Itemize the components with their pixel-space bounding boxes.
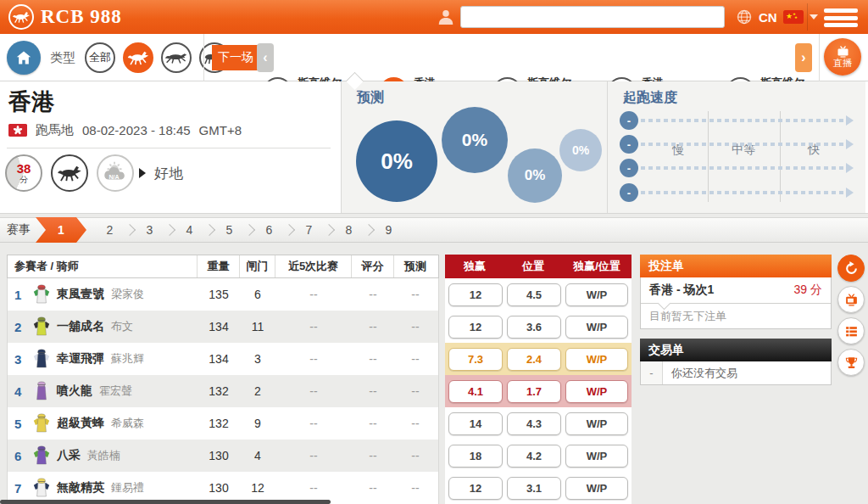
speed-lane: - [620,183,854,202]
col-prediction: 预测 [394,255,437,277]
col-gate: 闸门 [240,255,275,277]
top-header: RCB 988 CN [0,0,868,34]
last5-value: -- [275,320,352,333]
home-icon [14,48,33,67]
refresh-button[interactable] [837,255,865,282]
chevron-down-icon [810,14,818,20]
language-selector[interactable]: CN [736,0,818,34]
jockey-name: 布文 [111,319,133,334]
win-odds-button[interactable]: 18 [448,445,503,468]
live-tv-button[interactable] [837,286,865,313]
win-odds-button[interactable]: 12 [448,477,503,500]
betslip-countdown: 39 分 [794,283,822,298]
jockey-silk-icon [33,283,50,305]
last5-value: -- [275,288,352,301]
results-trophy-button[interactable] [837,349,865,376]
home-button[interactable] [7,41,41,75]
timeline-prev-button[interactable]: ‹ [257,43,274,72]
going-arrow-icon [139,168,146,178]
nav-divider-2 [819,34,820,81]
runner-row: 1 東風壹號 梁家俊 135 6 -- -- -- 12 4.5 W/P [7,278,632,311]
jockey-silk-icon [33,477,50,499]
win-place-button[interactable]: W/P [565,348,628,371]
runner-number: 6 [14,449,26,463]
header-divider [807,3,808,31]
bet-list-button[interactable] [837,317,865,344]
prediction-value: -- [394,288,437,301]
betslip-empty-message: 目前暂无下注单 [641,304,831,328]
place-odds-button[interactable]: 4.5 [507,283,561,306]
filter-all-button[interactable]: 全部 [85,42,115,73]
win-odds-button[interactable]: 7.3 [448,348,503,371]
weight-value: 134 [198,352,240,366]
next-race-button[interactable]: 下一场 [212,45,259,70]
win-odds-button[interactable]: 12 [448,283,503,306]
win-place-button[interactable]: W/P [565,412,628,435]
brand-logo[interactable]: RCB 988 [0,4,122,30]
rating-value: -- [352,352,394,366]
live-stream-button[interactable]: 直播 [824,38,861,76]
jockey-silk-icon [33,348,50,370]
horse-name: 八采 [57,448,81,463]
place-odds-button[interactable]: 4.2 [507,445,561,468]
login-input[interactable] [460,6,725,28]
win-place-button[interactable]: W/P [565,477,628,500]
win-place-button[interactable]: W/P [565,316,628,339]
horizontal-scrollbar[interactable] [0,500,331,504]
horse-name: 超級黃蜂 [57,416,104,431]
runner-row: 2 一舖成名 布文 134 11 -- -- -- 12 3.6 W/P [7,311,632,343]
lane-runner-dot: - [620,135,638,154]
runner-row: 6 八采 黃皓楠 130 4 -- -- -- 18 4.2 W/P [7,440,632,472]
race-tab-1[interactable]: 1 [36,217,86,243]
win-place-button[interactable]: W/P [565,445,628,468]
win-place-button[interactable]: W/P [565,283,628,306]
hong-kong-flag-icon [8,124,27,137]
win-odds-button[interactable]: 12 [448,316,503,339]
col-participant-jockey: 参賽者 / 骑师 [8,255,198,277]
timeline-next-button[interactable]: › [795,43,812,72]
win-odds-button[interactable]: 4.1 [448,380,503,403]
win-odds-button[interactable]: 14 [448,412,503,435]
lane-track-line [641,143,846,146]
menu-button[interactable] [824,7,858,29]
betslip-title: 投注单 [640,255,832,277]
gate-value: 11 [240,320,275,333]
place-odds-button[interactable]: 1.7 [507,380,561,403]
place-odds-button[interactable]: 4.3 [507,412,561,435]
place-odds-button[interactable]: 2.4 [507,348,561,371]
user-icon [437,7,455,27]
gate-value: 3 [240,352,275,366]
runner-number: 1 [14,288,26,302]
runner-number: 7 [14,481,26,496]
place-odds-button[interactable]: 3.6 [507,316,561,339]
col-last5: 近5次比赛 [275,255,352,277]
filter-horse-racing-button[interactable] [123,42,153,73]
speed-lane: - [620,159,854,177]
lane-arrow-icon [846,188,854,198]
china-flag-icon [783,10,804,24]
place-odds-button[interactable]: 3.1 [507,477,561,500]
race-tab-9[interactable]: 9 [369,217,409,243]
win-place-button[interactable]: W/P [565,380,628,403]
transactions-empty-prefix: - [641,361,663,384]
rating-value: -- [352,417,394,430]
language-code: CN [759,10,777,25]
lane-runner-dot: - [620,159,638,177]
rating-value: -- [352,481,394,495]
rating-value: -- [352,320,394,333]
horse-name: 東風壹號 [57,287,104,302]
info-divider [7,148,331,148]
race-tab-bar: 赛事 123456789 [0,217,868,243]
side-tools [837,255,865,376]
filter-greyhound-button[interactable] [161,42,192,73]
bet-list-icon [844,324,859,339]
lane-arrow-icon [846,115,854,126]
prediction-title: 预测 [357,89,384,107]
transactions-title: 交易单 [640,339,832,361]
lane-runner-dot: - [620,183,638,202]
brand-name: RCB 988 [41,6,122,28]
jockey-silk-icon [33,380,50,402]
prediction-bubble: 0% [442,107,508,173]
gate-value: 9 [240,417,275,430]
rating-value: -- [352,384,394,398]
